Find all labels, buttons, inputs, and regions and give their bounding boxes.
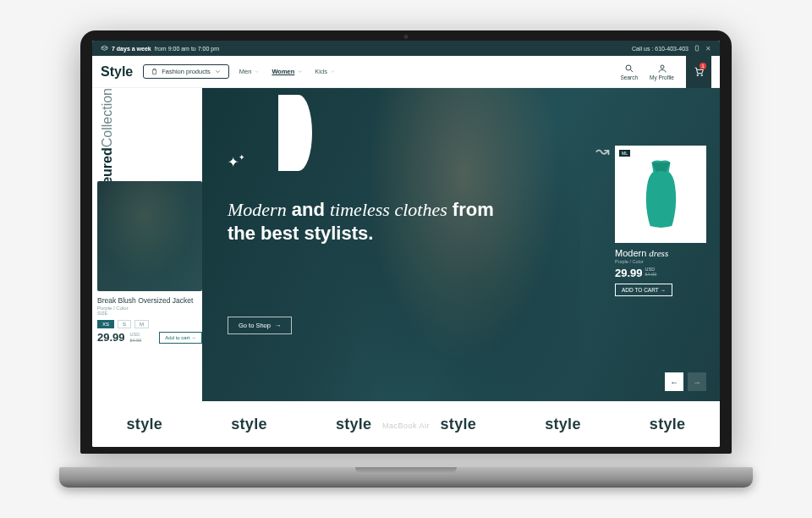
svg-point-3 bbox=[697, 74, 699, 76]
screen: 7 days a week from 9:00 am to 7:00 pm Ca… bbox=[92, 41, 720, 447]
inset-badge: ML bbox=[619, 150, 630, 157]
hero-pager: ← → bbox=[665, 372, 706, 391]
schedule-text: 7 days a week from 9:00 am to 7:00 pm bbox=[101, 45, 219, 52]
go-to-shop-button[interactable]: Go to Shop→ bbox=[228, 317, 292, 334]
search-icon bbox=[624, 63, 634, 74]
hero-banner: ✦✦ Modern and timeless clothes from the … bbox=[202, 88, 720, 401]
hero-headline: Modern and timeless clothes from the bes… bbox=[228, 198, 513, 245]
nav-women[interactable]: Women bbox=[272, 68, 303, 75]
chevron-down-icon bbox=[214, 68, 222, 75]
svg-rect-0 bbox=[695, 46, 698, 51]
inset-add-to-cart-button[interactable]: ADD TO CART → bbox=[615, 284, 672, 296]
side-price: 29.99 bbox=[97, 331, 125, 344]
phone-icon bbox=[694, 45, 700, 52]
screen-bezel: 7 days a week from 9:00 am to 7:00 pm Ca… bbox=[80, 30, 732, 454]
call-us-text: Call us : 610-403-403 bbox=[632, 46, 689, 52]
side-old-price: 54.99 bbox=[130, 338, 142, 343]
inset-meta: Purple / Color bbox=[615, 259, 706, 264]
svg-point-4 bbox=[700, 74, 702, 76]
chevron-down-icon bbox=[330, 69, 336, 74]
hero-prev-button[interactable]: ← bbox=[665, 372, 683, 391]
hero-model-image bbox=[347, 88, 579, 401]
schedule-hours: from 9:00 am to 7:00 pm bbox=[155, 46, 219, 52]
size-m[interactable]: M bbox=[134, 320, 149, 328]
bag-icon bbox=[151, 68, 158, 75]
logo[interactable]: Style bbox=[101, 64, 133, 80]
size-xs[interactable]: XS bbox=[97, 320, 114, 328]
close-announcement-button[interactable]: ✕ bbox=[705, 45, 711, 52]
cart-button[interactable]: 1 bbox=[686, 56, 711, 88]
profile-button[interactable]: My Profile bbox=[650, 63, 674, 80]
category-dropdown[interactable]: Fashion products bbox=[143, 64, 229, 79]
category-label: Fashion products bbox=[162, 68, 211, 75]
marquee-item: style bbox=[545, 416, 581, 433]
inset-product-image: ML bbox=[615, 146, 706, 243]
main-nav: Men Women Kids bbox=[239, 68, 336, 75]
cart-count-badge: 1 bbox=[700, 63, 706, 69]
side-price-row: 29.99 USD54.99 Add to cart → bbox=[97, 331, 202, 344]
marquee-item: style bbox=[650, 416, 686, 433]
svg-point-1 bbox=[626, 65, 631, 70]
header-actions: Search My Profile 1 bbox=[620, 56, 711, 88]
site-header: Style Fashion products Men Women Kids bbox=[92, 56, 720, 88]
chevron-down-icon bbox=[254, 69, 260, 74]
nav-kids[interactable]: Kids bbox=[315, 68, 336, 75]
search-button[interactable]: Search bbox=[620, 63, 638, 80]
side-product-title: Break Blush Oversized Jacket bbox=[97, 296, 202, 305]
delivery-icon bbox=[101, 45, 108, 52]
announcement-bar: 7 days a week from 9:00 am to 7:00 pm Ca… bbox=[92, 41, 720, 56]
arrow-right-icon: → bbox=[275, 322, 282, 329]
schedule-bold: 7 days a week bbox=[112, 46, 151, 52]
side-product-image bbox=[97, 181, 202, 291]
inset-old-price: 54.99 bbox=[645, 272, 657, 277]
page: 7 days a week from 9:00 am to 7:00 pm Ca… bbox=[92, 41, 720, 447]
hero-next-button[interactable]: → bbox=[688, 372, 706, 391]
hero-notch-shape bbox=[278, 95, 312, 171]
laptop-mockup: 7 days a week from 9:00 am to 7:00 pm Ca… bbox=[59, 30, 753, 488]
laptop-base bbox=[59, 467, 753, 488]
nav-men[interactable]: Men bbox=[239, 68, 261, 75]
size-label: SIZE bbox=[97, 311, 202, 316]
svg-point-2 bbox=[661, 65, 664, 69]
side-product-card[interactable]: Break Blush Oversized Jacket Purple / Co… bbox=[92, 181, 202, 344]
size-s[interactable]: S bbox=[118, 320, 131, 328]
inset-product-card[interactable]: ML Modern dress Purple / Color 29.99 USD… bbox=[615, 146, 706, 296]
webcam-dot bbox=[404, 35, 409, 39]
inset-price: 29.99 USD54.99 bbox=[615, 267, 706, 279]
marquee-item: style bbox=[127, 416, 163, 433]
side-add-to-cart-button[interactable]: Add to cart → bbox=[159, 332, 202, 344]
sparkle-icon: ✦✦ bbox=[228, 154, 245, 170]
marquee-item: style bbox=[231, 416, 267, 433]
user-icon bbox=[657, 63, 667, 74]
marquee-item: style bbox=[336, 416, 372, 433]
chevron-down-icon bbox=[297, 69, 303, 74]
marquee-item: style bbox=[441, 416, 477, 433]
laptop-model-label: MacBook Air bbox=[382, 422, 430, 430]
inset-title: Modern dress bbox=[615, 248, 706, 258]
size-selector: XS S M bbox=[97, 320, 202, 328]
left-column: FeateuredCollection Break Blush Oversize… bbox=[92, 88, 202, 401]
dress-icon bbox=[638, 158, 684, 230]
swirl-arrow-icon: ↝ bbox=[595, 141, 610, 161]
main-content: FeateuredCollection Break Blush Oversize… bbox=[92, 88, 720, 401]
